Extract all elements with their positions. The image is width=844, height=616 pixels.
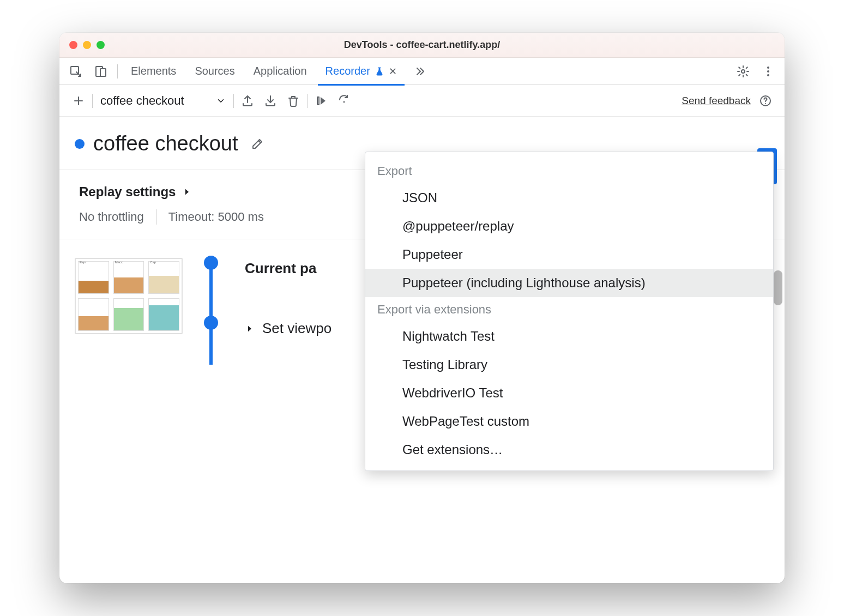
svg-point-3: [741, 70, 745, 73]
timeout-value[interactable]: Timeout: 5000 ms: [168, 210, 264, 224]
export-json[interactable]: JSON: [365, 184, 773, 212]
tab-application[interactable]: Application: [246, 58, 315, 85]
more-tabs-icon[interactable]: [408, 61, 430, 82]
timeline-dot: [204, 256, 218, 270]
export-testing-library[interactable]: Testing Library: [365, 351, 773, 379]
import-icon[interactable]: [259, 90, 282, 112]
step-label: Current pa: [245, 260, 316, 277]
devtools-window: DevTools - coffee-cart.netlify.app/ Elem…: [59, 33, 785, 583]
svg-point-6: [767, 74, 769, 76]
export-puppeteer-replay[interactable]: @puppeteer/replay: [365, 212, 773, 240]
new-recording-icon[interactable]: [67, 90, 90, 112]
help-icon[interactable]: [754, 90, 777, 112]
minimize-window-button[interactable]: [83, 41, 91, 49]
step-label: Set viewpo: [262, 320, 331, 337]
svg-point-5: [767, 70, 769, 73]
export-nightwatch[interactable]: Nightwatch Test: [365, 322, 773, 351]
export-puppeteer[interactable]: Puppeteer: [365, 240, 773, 269]
svg-rect-7: [317, 97, 319, 105]
replay-settings-label: Replay settings: [79, 184, 176, 200]
export-extensions-label: Export via extensions: [365, 297, 773, 322]
export-puppeteer-lighthouse[interactable]: Puppeteer (including Lighthouse analysis…: [365, 269, 773, 297]
scrollbar-thumb[interactable]: [774, 270, 782, 305]
export-webdriverio[interactable]: WebdriverIO Test: [365, 379, 773, 407]
step-set-viewport[interactable]: Set viewpo: [245, 320, 331, 337]
step-current-page[interactable]: Current pa: [245, 260, 316, 277]
dropdown-label: coffee checkout: [100, 94, 184, 108]
recording-status-dot: [75, 139, 85, 149]
export-webpagetest[interactable]: WebPageTest custom: [365, 407, 773, 436]
separator: [156, 209, 156, 225]
chevron-right-icon: [182, 187, 192, 197]
tab-elements[interactable]: Elements: [123, 58, 184, 85]
tab-label: Recorder: [325, 65, 370, 77]
edit-title-icon[interactable]: [246, 133, 268, 155]
device-toolbar-icon[interactable]: [90, 61, 112, 82]
tab-label: Elements: [131, 65, 176, 77]
step-timeline: [209, 256, 213, 365]
svg-point-4: [767, 67, 769, 69]
close-window-button[interactable]: [69, 41, 77, 49]
devtools-tabs-bar: Elements Sources Application Recorder ✕: [59, 58, 785, 85]
svg-rect-2: [100, 69, 106, 76]
chevron-down-icon: [216, 96, 226, 106]
export-get-extensions[interactable]: Get extensions…: [365, 436, 773, 464]
timeline-dot: [204, 316, 218, 330]
recording-dropdown[interactable]: coffee checkout: [95, 94, 231, 108]
flask-icon: [375, 67, 384, 76]
window-title: DevTools - coffee-cart.netlify.app/: [59, 39, 785, 51]
maximize-window-button[interactable]: [97, 41, 105, 49]
export-section-label: Export: [365, 159, 773, 184]
inspect-element-icon[interactable]: [65, 61, 87, 82]
throttling-value[interactable]: No throttling: [79, 210, 144, 224]
recording-title: coffee checkout: [93, 132, 238, 155]
separator: [233, 94, 234, 108]
tab-label: Application: [254, 65, 307, 77]
page-thumbnail: Espr Macc Cap: [75, 258, 183, 334]
delete-icon[interactable]: [282, 90, 305, 112]
settings-icon[interactable]: [732, 61, 754, 82]
traffic-lights: [69, 41, 105, 49]
tab-sources[interactable]: Sources: [187, 58, 242, 85]
more-options-icon[interactable]: [757, 61, 779, 82]
chevron-right-icon: [245, 324, 255, 334]
send-feedback-link[interactable]: Send feedback: [682, 95, 751, 107]
window-titlebar: DevTools - coffee-cart.netlify.app/: [59, 33, 785, 58]
svg-point-8: [343, 101, 345, 102]
separator: [307, 94, 308, 108]
export-icon[interactable]: [236, 90, 259, 112]
close-tab-icon[interactable]: ✕: [389, 65, 397, 77]
separator: [117, 64, 118, 78]
tab-recorder[interactable]: Recorder ✕: [318, 58, 405, 85]
separator: [92, 94, 93, 108]
replay-slow-icon[interactable]: [333, 90, 355, 112]
export-menu: Export JSON @puppeteer/replay Puppeteer …: [365, 152, 774, 471]
step-over-icon[interactable]: [310, 90, 333, 112]
recorder-toolbar: coffee checkout Send feedback: [59, 85, 785, 117]
tab-label: Sources: [195, 65, 234, 77]
